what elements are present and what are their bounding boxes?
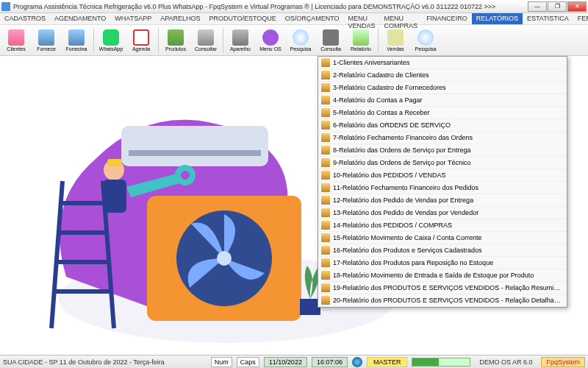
tool-whatsapp[interactable]: WhatsApp xyxy=(96,26,126,54)
menu-relatrios[interactable]: RELATÓRIOS xyxy=(472,13,523,24)
report-icon xyxy=(321,183,330,192)
menu-estatistica[interactable]: ESTATISTICA xyxy=(523,13,573,24)
menu-produtoestoque[interactable]: PRODUTO/ESTOQUE xyxy=(205,13,281,24)
report-icon xyxy=(321,133,330,142)
dropdown-item-3[interactable]: 3-Relatório Cadastro de Fornecedores xyxy=(318,82,567,94)
report-icon xyxy=(321,246,330,255)
menu-aparelhos[interactable]: APARELHOS xyxy=(156,13,204,24)
toolbar-separator xyxy=(93,28,94,53)
menu-menucompras[interactable]: MENU COMPRAS xyxy=(380,13,423,24)
status-demo: DEMO OS AR 6.0 xyxy=(475,358,537,367)
maximize-button[interactable]: ❐ xyxy=(548,1,567,12)
dropdown-item-12[interactable]: 12-Relatório dos Pedido de Vendas por En… xyxy=(318,194,567,207)
status-brand[interactable]: FpqSystem xyxy=(541,357,585,367)
dropdown-item-14[interactable]: 14-Relatório dos PEDIDOS / COMPRAS xyxy=(318,219,567,232)
close-button[interactable]: ✕ xyxy=(567,1,587,12)
ico-pesquisa-icon xyxy=(417,29,434,46)
dropdown-item-9[interactable]: 9-Relatório das Ordens de Serviço por Té… xyxy=(318,157,567,169)
status-location: SUA CIDADE - SP 11 de Outubro de 2022 - … xyxy=(3,358,207,366)
title-text: Programa Assistência Técnica Refrigeraçã… xyxy=(13,3,528,10)
report-icon xyxy=(321,158,330,167)
svg-rect-14 xyxy=(107,159,122,166)
ico-clientes-icon xyxy=(8,29,24,46)
menu-menuvendas[interactable]: MENU VENDAS xyxy=(344,13,380,24)
report-icon xyxy=(321,58,330,67)
ico-relatorio-icon xyxy=(353,29,369,46)
dropdown-item-4[interactable]: 4-Relatório do Contas a Pagar xyxy=(318,94,567,107)
tool-fonecina[interactable]: Fonecina xyxy=(62,26,91,54)
report-icon xyxy=(321,271,330,280)
dropdown-item-15[interactable]: 15-Relatório Movimento de Caixa / Conta … xyxy=(318,232,567,244)
report-icon xyxy=(321,258,330,267)
dropdown-item-5[interactable]: 5-Relatório do Contas a Receber xyxy=(318,107,567,119)
tool-pesquisa[interactable]: Pesquisa xyxy=(411,26,440,54)
dropdown-item-16[interactable]: 16-Relatório dos Produtos e Serviços Cad… xyxy=(318,244,567,257)
ico-fornece-icon xyxy=(68,29,85,46)
title-bar: Programa Assistência Técnica Refrigeraçã… xyxy=(0,0,588,13)
dropdown-item-18[interactable]: 18-Relatório Movimento de Entrada e Saíd… xyxy=(318,269,567,282)
tool-vendas[interactable]: Vendas xyxy=(381,26,410,54)
menu-whatsapp[interactable]: WHATSAPP xyxy=(110,13,156,24)
ico-produtos-icon xyxy=(168,29,184,46)
tool-clientes[interactable]: Clientes xyxy=(1,26,31,54)
report-icon xyxy=(321,83,330,92)
toolbar-separator xyxy=(158,28,159,53)
report-icon xyxy=(321,221,330,230)
menu-financeiro[interactable]: FINANCEIRO xyxy=(422,13,472,24)
tool-agenda[interactable]: Agenda xyxy=(126,26,156,54)
tool-menu os[interactable]: Menu OS xyxy=(256,26,285,54)
tool-pesquisa[interactable]: Pesquisa xyxy=(286,26,315,54)
toolbar: ClientesForneceFonecinaWhatsAppAgendaPro… xyxy=(0,25,588,56)
dropdown-item-19[interactable]: 19-Relatório dos PRODUTOS E SERVIÇOS VEN… xyxy=(318,282,567,294)
app-icon xyxy=(1,2,10,11)
status-time: 16:07:06 xyxy=(312,357,348,367)
tool-produtos[interactable]: Produtos xyxy=(161,26,190,54)
dropdown-item-13[interactable]: 13-Relatório dos Pedido de Vendas por Ve… xyxy=(318,207,567,219)
window-controls: — ❐ ✕ xyxy=(528,1,587,12)
report-icon xyxy=(321,208,330,217)
relatorios-dropdown: 1-Clientes Aniversariantes2-Relatório Ca… xyxy=(318,56,567,308)
svg-rect-5 xyxy=(129,150,261,156)
capslock-indicator: Caps xyxy=(237,357,259,367)
tool-relatório[interactable]: Relatório xyxy=(346,26,376,54)
tool-aparelho[interactable]: Aparelho xyxy=(226,26,255,54)
menu-agendamento[interactable]: AGENDAMENTO xyxy=(50,13,110,24)
dropdown-item-11[interactable]: 11-Relatório Fechamento Financeiro dos P… xyxy=(318,182,567,194)
status-bar: SUA CIDADE - SP 11 de Outubro de 2022 - … xyxy=(0,355,588,368)
status-master: MASTER xyxy=(367,357,408,367)
numlock-indicator: Num xyxy=(211,357,232,367)
ico-pesquisa-icon xyxy=(293,29,309,46)
menu-osoramento[interactable]: OS/ORÇAMENTO xyxy=(281,13,344,24)
svg-rect-4 xyxy=(121,126,268,166)
svg-point-3 xyxy=(217,251,232,266)
dropdown-item-6[interactable]: 6-Relatório das ORDENS DE SERVIÇO xyxy=(318,119,567,132)
minimize-button[interactable]: — xyxy=(528,1,547,12)
toolbar-separator xyxy=(378,28,379,53)
menu-bar: CADASTROSAGENDAMENTOWHATSAPPAPARELHOSPRO… xyxy=(0,13,588,25)
tool-fornece[interactable]: Fornece xyxy=(32,26,61,54)
dropdown-item-20[interactable]: 20-Relatório dos PRODUTOS E SERVIÇOS VEN… xyxy=(318,294,567,307)
globe-icon xyxy=(352,357,362,367)
dropdown-item-7[interactable]: 7-Relatório Fechamento Financeiro das Or… xyxy=(318,132,567,144)
workspace: 1-Clientes Aniversariantes2-Relatório Ca… xyxy=(0,56,588,355)
report-icon xyxy=(321,196,330,205)
dropdown-item-17[interactable]: 17-Relatório dos Produtos para Reposição… xyxy=(318,257,567,269)
ico-agenda-icon xyxy=(133,29,149,46)
ico-consulta-icon xyxy=(323,29,339,46)
report-icon xyxy=(321,71,330,79)
tool-consulta[interactable]: Consulta xyxy=(316,26,345,54)
dropdown-item-10[interactable]: 10-Relatório dos PEDIDOS / VENDAS xyxy=(318,169,567,182)
svg-rect-13 xyxy=(103,180,126,213)
ico-whatsapp-icon xyxy=(103,29,119,46)
menu-cadastros[interactable]: CADASTROS xyxy=(0,13,50,24)
dropdown-item-2[interactable]: 2-Relatório Cadastro de Clientes xyxy=(318,69,567,82)
tool-consultar[interactable]: Consultar xyxy=(191,26,220,54)
ico-vendas-icon xyxy=(387,29,404,46)
report-icon xyxy=(321,171,330,180)
report-icon xyxy=(321,96,330,105)
status-date: 11/10/2022 xyxy=(264,357,307,367)
dropdown-item-8[interactable]: 8-Relatório das Ordens de Serviço por En… xyxy=(318,144,567,157)
dropdown-item-1[interactable]: 1-Clientes Aniversariantes xyxy=(318,57,567,69)
report-icon xyxy=(321,283,330,292)
menu-ferramentas[interactable]: FERRAMENTAS xyxy=(573,13,588,24)
